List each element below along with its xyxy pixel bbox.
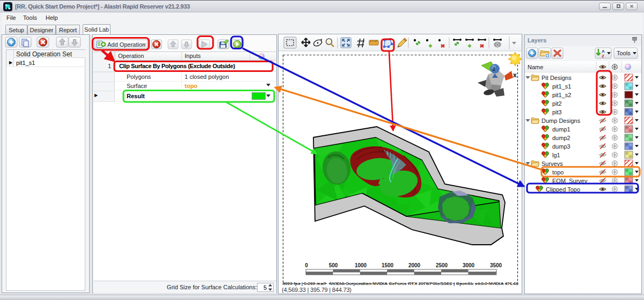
svg-text:dump1: dump1 <box>552 126 570 133</box>
svg-text:0: 0 <box>305 262 308 268</box>
svg-text:A: A <box>602 49 605 54</box>
svg-text:2000: 2000 <box>408 262 421 268</box>
svg-text:Add Operation: Add Operation <box>107 41 145 48</box>
svg-text:Layers: Layers <box>528 37 546 43</box>
svg-text:Name: Name <box>528 64 543 70</box>
svg-text:2500: 2500 <box>436 262 448 268</box>
svg-text:x: x <box>513 71 517 79</box>
svg-text:Dump Designs: Dump Designs <box>541 118 581 124</box>
svg-text:Surveys: Surveys <box>541 160 563 167</box>
svg-text:dump2: dump2 <box>552 135 570 141</box>
svg-text:Tools: Tools <box>617 50 631 56</box>
svg-text:3500: 3500 <box>490 262 502 268</box>
svg-text:pit1_s2: pit1_s2 <box>552 92 571 98</box>
svg-text:1000: 1000 <box>355 262 367 268</box>
svg-text:1500: 1500 <box>382 262 394 268</box>
svg-text:topo: topo <box>552 169 564 175</box>
svg-text:4999 fps | 0.200 ms/f NVIDIA: 4999 fps | 0.200 ms/f NVIDIA Corporation… <box>282 281 519 286</box>
svg-text:3000: 3000 <box>463 262 475 268</box>
svg-text:Z: Z <box>602 54 604 58</box>
svg-text:z: z <box>493 66 495 72</box>
svg-text:lg1: lg1 <box>552 152 560 158</box>
svg-text:500: 500 <box>329 262 338 268</box>
svg-text:EOM_Survey: EOM_Survey <box>552 178 588 184</box>
svg-text:dump3: dump3 <box>552 143 570 150</box>
svg-text:Pit Designs: Pit Designs <box>541 75 572 81</box>
svg-text:pit2: pit2 <box>552 100 562 107</box>
svg-text:pit3: pit3 <box>552 109 562 115</box>
svg-text:pit1_s1: pit1_s1 <box>552 83 571 90</box>
svg-text:Clipped Topo: Clipped Topo <box>546 186 580 193</box>
